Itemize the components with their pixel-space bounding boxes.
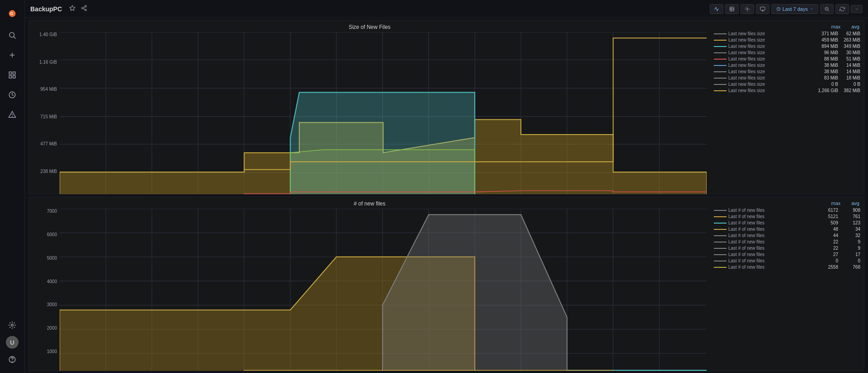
- svg-rect-6: [9, 72, 11, 74]
- share-button[interactable]: [79, 3, 89, 14]
- legend-color-swatch: [714, 216, 726, 217]
- help-icon-btn[interactable]: [4, 351, 20, 368]
- legend-item: Last new files size 38 MiB 14 MiB: [714, 63, 860, 68]
- legend-color-swatch: [714, 90, 726, 91]
- svg-point-19: [85, 9, 87, 11]
- legend-item: Last # of new files 22 9: [714, 239, 860, 244]
- topbar: BackupPC Last 7 days: [25, 0, 868, 18]
- svg-point-15: [12, 361, 13, 362]
- legend-color-swatch: [714, 65, 726, 66]
- legend-item: Last new files size 1.266 GiB 382 MiB: [714, 88, 860, 93]
- legend-color-swatch: [714, 71, 726, 72]
- chart2-legend-header: max avg: [714, 200, 860, 206]
- svg-point-13: [11, 324, 14, 326]
- chart2-body: 7000 6000 5000 4000 3000 2000 1000 0: [33, 209, 707, 371]
- svg-line-20: [83, 9, 85, 9]
- user-avatar[interactable]: U: [6, 336, 19, 349]
- chart2-y-axis: 7000 6000 5000 4000 3000 2000 1000 0: [33, 209, 60, 371]
- chart-panel-size: Size of New Files 1.40 GiB 1.16 GiB 954 …: [28, 20, 864, 195]
- monitor-button[interactable]: [756, 4, 769, 14]
- legend-item: Last new files size 0 B 0 B: [714, 82, 860, 87]
- dropdown-button[interactable]: [851, 5, 863, 13]
- legend-color-swatch: [714, 210, 726, 211]
- zoom-out-button[interactable]: [820, 4, 834, 14]
- svg-point-17: [85, 5, 87, 7]
- legend-item: Last # of new files 22 9: [714, 246, 860, 251]
- topbar-right: Last 7 days: [710, 4, 863, 14]
- legend-color-swatch: [714, 235, 726, 236]
- chart1-area[interactable]: [60, 32, 707, 195]
- chart2-title: # of new files: [33, 200, 707, 207]
- chart1-legend: max avg Last new files size 371 MiB 62 M…: [710, 20, 864, 194]
- legend-item: Last # of new files 48 34: [714, 227, 860, 232]
- legend-item: Last # of new files 5121 761: [714, 214, 860, 219]
- legend-color-swatch: [714, 254, 726, 255]
- charts-area: Size of New Files 1.40 GiB 1.16 GiB 954 …: [25, 18, 868, 373]
- settings-icon-btn[interactable]: [4, 317, 20, 333]
- legend-item: Last new files size 371 MiB 62 MiB: [714, 31, 860, 36]
- chart-left-size: Size of New Files 1.40 GiB 1.16 GiB 954 …: [29, 20, 710, 194]
- table-view-button[interactable]: [725, 4, 739, 14]
- legend-item: Last new files size 88 MiB 51 MiB: [714, 56, 860, 61]
- legend-item: Last # of new files 27 17: [714, 252, 860, 257]
- chart-type-button[interactable]: [710, 4, 723, 14]
- explore-icon-btn[interactable]: [4, 87, 20, 103]
- refresh-button[interactable]: [835, 4, 849, 14]
- chart1-y-axis: 1.40 GiB 1.16 GiB 954 MiB 715 MiB 477 Mi…: [33, 32, 60, 195]
- svg-text:G: G: [10, 12, 13, 16]
- legend-color-swatch: [714, 52, 726, 53]
- chart2-area[interactable]: [60, 209, 707, 371]
- legend-color-swatch: [714, 267, 726, 268]
- alert-icon-btn[interactable]: [4, 107, 20, 123]
- legend-color-swatch: [714, 229, 726, 230]
- legend-item: Last new files size 459 MiB 263 MiB: [714, 37, 860, 42]
- svg-rect-8: [9, 76, 11, 78]
- svg-point-26: [746, 8, 748, 9]
- legend-item: Last new files size 83 MiB 18 MiB: [714, 75, 860, 80]
- legend-item: Last # of new files 6172 908: [714, 208, 860, 213]
- svg-point-18: [82, 7, 84, 9]
- svg-line-3: [14, 37, 15, 38]
- svg-marker-56: [290, 149, 475, 195]
- legend-item: Last new files size 38 MiB 14 MiB: [714, 69, 860, 74]
- add-icon-btn[interactable]: [4, 47, 20, 63]
- sidebar: G U: [0, 0, 25, 373]
- legend-color-swatch: [714, 84, 726, 85]
- chart2-legend: max avg Last # of new files 6172 908 Las…: [710, 197, 864, 371]
- search-icon-btn[interactable]: [4, 27, 20, 43]
- main-content: BackupPC Last 7 days: [25, 0, 868, 373]
- settings-button[interactable]: [741, 4, 754, 14]
- svg-marker-16: [70, 5, 75, 10]
- svg-rect-9: [13, 76, 15, 78]
- chart1-title: Size of New Files: [33, 24, 707, 30]
- legend-item: Last # of new files 2558 768: [714, 265, 860, 270]
- legend-color-swatch: [714, 248, 726, 249]
- svg-rect-22: [730, 7, 734, 11]
- app-title: BackupPC: [30, 5, 62, 13]
- legend-color-swatch: [714, 78, 726, 79]
- svg-line-21: [83, 7, 85, 8]
- logo-button[interactable]: G: [4, 5, 20, 22]
- legend-item: Last # of new files 44 32: [714, 233, 860, 238]
- svg-line-33: [828, 10, 829, 11]
- legend-item: Last new files size 96 MiB 30 MiB: [714, 50, 860, 55]
- time-range-button[interactable]: Last 7 days: [771, 4, 818, 14]
- legend-item: Last # of new files 509 123: [714, 220, 860, 225]
- legend-color-swatch: [714, 59, 726, 60]
- svg-rect-27: [760, 7, 765, 10]
- legend-color-swatch: [714, 223, 726, 224]
- chart-left-count: # of new files 7000 6000 5000 4000 3000 …: [29, 197, 710, 371]
- dashboard-icon-btn[interactable]: [4, 67, 20, 83]
- legend-color-swatch: [714, 40, 726, 41]
- star-button[interactable]: [67, 3, 77, 14]
- chart-panel-count: # of new files 7000 6000 5000 4000 3000 …: [28, 196, 864, 371]
- legend-item: Last new files size 894 MiB 349 MiB: [714, 44, 860, 49]
- legend-color-swatch: [714, 261, 726, 261]
- svg-marker-79: [382, 214, 567, 371]
- chart1-legend-header: max avg: [714, 24, 860, 29]
- legend-color-swatch: [714, 46, 726, 47]
- legend-color-swatch: [714, 33, 726, 34]
- svg-point-12: [12, 116, 13, 117]
- svg-rect-7: [13, 72, 15, 74]
- chart1-body: 1.40 GiB 1.16 GiB 954 MiB 715 MiB 477 Mi…: [33, 32, 707, 195]
